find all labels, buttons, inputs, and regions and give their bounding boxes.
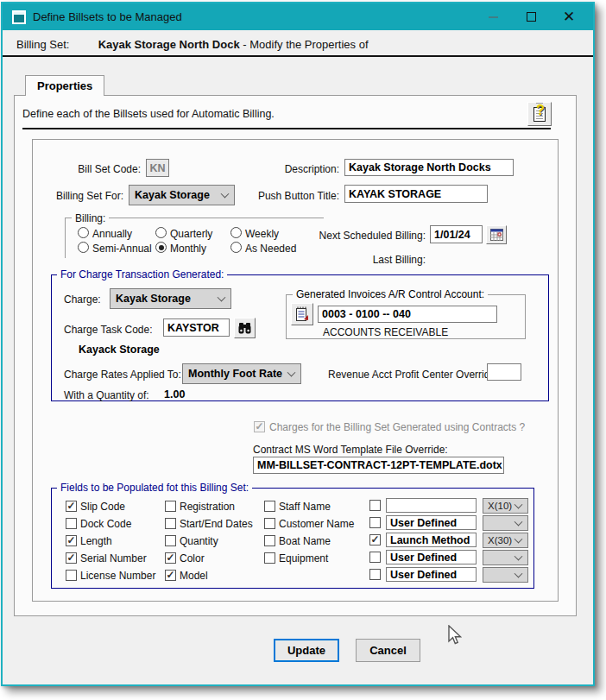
equipment-label: Equipment bbox=[279, 552, 328, 564]
help-button[interactable]: ? bbox=[527, 102, 552, 126]
window-title: Define Billsets to be Managed bbox=[33, 10, 182, 23]
maximize-button[interactable] bbox=[512, 3, 550, 30]
chevron-down-icon bbox=[514, 518, 523, 527]
billing-set-for-label: Billing Set For: bbox=[37, 190, 123, 202]
custom-field-1-size-dropdown[interactable]: X(10) bbox=[483, 498, 528, 514]
template-override-label: Contract MS Word Template File Override: bbox=[253, 444, 448, 456]
template-override-field[interactable]: MM-BILLSET-CONTRACT-12PT-TEMPLATE.dotx bbox=[253, 457, 504, 474]
custom-field-2-checkbox[interactable] bbox=[369, 517, 381, 528]
bill-set-code-label: Bill Set Code: bbox=[54, 163, 141, 175]
radio-as-needed[interactable] bbox=[230, 242, 242, 253]
custom-field-2[interactable]: User Defined bbox=[386, 515, 477, 530]
push-button-title-field[interactable]: KAYAK STORAGE bbox=[344, 185, 488, 203]
color-label: Color bbox=[180, 552, 205, 564]
description-field[interactable]: Kayak Storage North Docks bbox=[344, 159, 514, 176]
radio-weekly[interactable] bbox=[230, 227, 242, 238]
radio-as-needed-label: As Needed bbox=[245, 243, 296, 255]
charge-dropdown[interactable]: Kayak Storage bbox=[110, 288, 231, 309]
custom-field-4[interactable]: User Defined bbox=[386, 550, 477, 564]
radio-weekly-label: Weekly bbox=[245, 228, 279, 240]
length-checkbox[interactable] bbox=[66, 535, 77, 546]
radio-monthly[interactable] bbox=[155, 242, 167, 253]
custom-field-2-size-dropdown[interactable] bbox=[483, 515, 528, 531]
binoculars-icon bbox=[238, 323, 251, 334]
custom-field-3-size-dropdown[interactable]: X(30) bbox=[483, 533, 528, 548]
custom-field-5-checkbox[interactable] bbox=[369, 569, 381, 580]
calendar-icon bbox=[490, 229, 503, 241]
ar-account-field[interactable]: 0003 - 0100 -- 040 bbox=[318, 306, 497, 323]
fields-populated-legend: Fields to be Populated fot this Billing … bbox=[57, 482, 252, 494]
color-checkbox[interactable] bbox=[165, 552, 176, 564]
intro-text: Define each of the Billsets used for Aut… bbox=[22, 108, 275, 120]
cancel-label: Cancel bbox=[369, 644, 407, 657]
size-value: X(10) bbox=[488, 501, 512, 511]
revenue-override-field[interactable] bbox=[487, 363, 521, 381]
tab-properties[interactable]: Properties bbox=[25, 75, 104, 96]
quantity-checkbox-label: Quantity bbox=[180, 535, 218, 547]
quantity-checkbox[interactable] bbox=[165, 535, 176, 546]
chevron-down-icon bbox=[514, 570, 523, 578]
update-button[interactable]: Update bbox=[274, 639, 339, 662]
charge-rates-dropdown[interactable]: Monthly Foot Rate bbox=[182, 363, 301, 384]
registration-checkbox[interactable] bbox=[165, 501, 176, 512]
cancel-button[interactable]: Cancel bbox=[356, 639, 420, 662]
slip-code-checkbox[interactable] bbox=[66, 501, 77, 512]
radio-annually-label: Annually bbox=[92, 228, 132, 240]
chevron-down-icon bbox=[514, 535, 523, 544]
charge-rates-value: Monthly Foot Rate bbox=[188, 368, 282, 380]
dock-code-checkbox[interactable] bbox=[66, 518, 77, 529]
mouse-cursor bbox=[448, 625, 462, 646]
model-checkbox[interactable] bbox=[165, 570, 176, 581]
chevron-down-icon bbox=[514, 552, 523, 561]
dock-code-label: Dock Code bbox=[80, 518, 131, 530]
custom-field-3[interactable]: Launch Method bbox=[386, 533, 477, 547]
custom-field-5[interactable]: User Defined bbox=[386, 567, 477, 582]
close-button[interactable]: ✕ bbox=[550, 3, 588, 30]
custom-field-1[interactable] bbox=[386, 498, 477, 513]
staff-name-checkbox[interactable] bbox=[264, 501, 275, 512]
chevron-down-icon bbox=[514, 501, 523, 509]
customer-name-checkbox[interactable] bbox=[264, 518, 275, 529]
properties-panel: Define each of the Billsets used for Aut… bbox=[14, 95, 577, 616]
custom-field-5-size-dropdown[interactable] bbox=[483, 567, 528, 583]
next-scheduled-billing-field[interactable]: 1/01/24 bbox=[430, 225, 483, 243]
lookup-button[interactable] bbox=[234, 318, 256, 338]
next-scheduled-billing-label: Next Scheduled Billing: bbox=[313, 230, 426, 242]
maximize-icon bbox=[527, 12, 536, 22]
model-label: Model bbox=[180, 570, 208, 582]
billing-set-for-dropdown[interactable]: Kayak Storage bbox=[129, 185, 235, 205]
radio-annually[interactable] bbox=[78, 227, 89, 238]
account-ledger-icon bbox=[295, 306, 309, 322]
boat-name-checkbox[interactable] bbox=[264, 535, 275, 546]
billing-group-label: Billing: bbox=[72, 212, 109, 224]
radio-quarterly[interactable] bbox=[155, 227, 167, 238]
custom-field-4-size-dropdown[interactable] bbox=[483, 550, 528, 565]
boat-name-label: Boat Name bbox=[279, 535, 331, 547]
bill-set-code-field[interactable]: KN bbox=[146, 159, 169, 177]
start-end-dates-checkbox[interactable] bbox=[165, 518, 176, 529]
equipment-checkbox[interactable] bbox=[264, 552, 275, 564]
charge-transaction-group: For Charge Transaction Generated: Charge… bbox=[51, 274, 549, 401]
serial-number-checkbox[interactable] bbox=[66, 552, 77, 564]
help-icon: ? bbox=[533, 107, 546, 122]
length-label: Length bbox=[80, 535, 112, 547]
radio-semi-annual[interactable] bbox=[78, 242, 89, 253]
billing-set-header: Billing Set: Kayak Storage North Dock - … bbox=[16, 38, 369, 51]
charge-task-code-field[interactable]: KAYSTOR bbox=[163, 318, 230, 337]
custom-field-4-checkbox[interactable] bbox=[369, 552, 381, 563]
task-code-description: Kayack Storage bbox=[79, 344, 160, 356]
intro-divider bbox=[22, 128, 551, 129]
custom-field-3-checkbox[interactable] bbox=[369, 534, 381, 545]
title-bar[interactable]: Define Billsets to be Managed ✕ bbox=[3, 3, 593, 30]
contracts-checkbox[interactable] bbox=[254, 421, 265, 432]
select-account-button[interactable] bbox=[291, 303, 313, 325]
chevron-down-icon bbox=[221, 190, 230, 199]
calendar-button[interactable] bbox=[486, 225, 507, 244]
radio-quarterly-label: Quarterly bbox=[170, 228, 212, 240]
ar-account-legend: Generated Invoices A/R Control Account: bbox=[293, 288, 488, 300]
license-number-checkbox[interactable] bbox=[66, 570, 77, 581]
form-box: Bill Set Code: KN Description: Kayak Sto… bbox=[32, 139, 559, 602]
custom-field-1-checkbox[interactable] bbox=[369, 500, 381, 511]
minimize-button[interactable] bbox=[474, 3, 512, 30]
billing-set-suffix: - Modify the Properties of bbox=[243, 38, 368, 51]
